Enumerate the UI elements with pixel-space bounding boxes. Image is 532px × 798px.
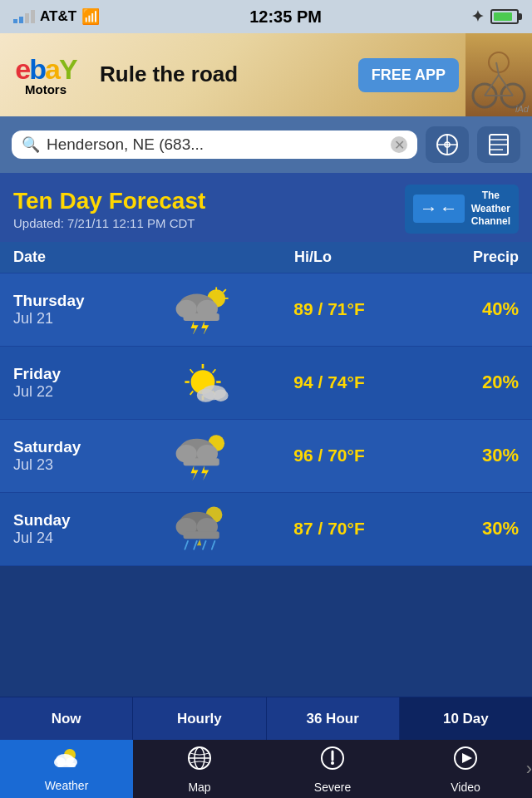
table-row[interactable]: Saturday Jul 23 96 / 70°F 30% xyxy=(0,420,532,493)
tab-10day[interactable]: 10 Day xyxy=(400,697,532,740)
search-bar: 🔍 Henderson, NE (683... ✕ xyxy=(0,116,532,173)
search-icon: 🔍 xyxy=(22,135,40,154)
tab-now[interactable]: Now xyxy=(0,697,133,740)
ad-cta-button[interactable]: FREE APP xyxy=(358,58,459,92)
svg-marker-66 xyxy=(462,753,472,763)
svg-line-52 xyxy=(212,541,215,549)
row-day-2: Saturday xyxy=(13,438,152,456)
ebay-letter-b: b xyxy=(29,53,45,85)
forecast-title-wrap: Ten Day Forecast Updated: 7/21/11 12:11 … xyxy=(13,188,205,230)
weather-channel-logo[interactable]: →← TheWeatherChannel xyxy=(405,185,519,234)
forecast-header: Ten Day Forecast Updated: 7/21/11 12:11 … xyxy=(0,173,532,242)
nav-weather-label: Weather xyxy=(45,779,89,792)
svg-marker-42 xyxy=(191,466,199,480)
row-date-0-val: Jul 21 xyxy=(13,310,152,328)
search-clear-button[interactable]: ✕ xyxy=(391,136,407,153)
tab-36hour[interactable]: 36 Hour xyxy=(267,697,400,740)
ad-banner[interactable]: ebaY Motors Rule the road FREE APP iAd xyxy=(0,33,532,116)
svg-point-64 xyxy=(331,761,334,765)
nav-map[interactable]: Map xyxy=(133,740,266,798)
row-day-3: Sunday xyxy=(13,511,152,530)
svg-rect-22 xyxy=(184,313,219,321)
row-date-3-val: Jul 24 xyxy=(13,530,152,547)
table-row[interactable]: Sunday Jul 24 87 / 70°F 30% xyxy=(0,493,532,566)
svg-point-0 xyxy=(489,52,509,72)
svg-point-36 xyxy=(214,390,229,401)
row-day-1: Friday xyxy=(13,365,152,383)
row-precip-0: 40% xyxy=(405,298,519,320)
svg-marker-53 xyxy=(197,539,201,545)
row-day-0: Thursday xyxy=(13,292,152,310)
ebay-letter-e: e xyxy=(15,53,29,85)
svg-rect-58 xyxy=(57,763,76,767)
tab-hourly[interactable]: Hourly xyxy=(133,697,266,740)
status-left: AT&T 📶 xyxy=(13,7,100,26)
location-button[interactable] xyxy=(426,126,469,163)
tab-bar: Now Hourly 36 Hour 10 Day xyxy=(0,697,532,740)
svg-line-51 xyxy=(203,541,206,549)
time-label: 12:35 PM xyxy=(249,7,322,27)
table-row[interactable]: Friday Jul 22 94 / 74°F 20% xyxy=(0,347,532,420)
row-precip-3: 30% xyxy=(405,518,519,539)
svg-rect-48 xyxy=(184,531,219,539)
row-hilo-1: 94 / 74°F xyxy=(254,372,405,392)
row-hilo-3: 87 / 70°F xyxy=(254,519,405,539)
ebay-letter-y: Y xyxy=(59,53,76,85)
severe-nav-icon xyxy=(319,745,346,777)
weather-nav-icon xyxy=(53,746,80,776)
video-nav-icon xyxy=(452,745,479,777)
row-precip-1: 20% xyxy=(405,372,519,393)
row-icon-1 xyxy=(152,357,254,407)
svg-marker-23 xyxy=(191,321,199,334)
row-date-1: Friday Jul 22 xyxy=(13,365,152,401)
svg-line-17 xyxy=(223,289,226,293)
bottom-nav: Weather Map Severe xyxy=(0,740,532,798)
svg-marker-24 xyxy=(201,321,209,334)
row-date-1-val: Jul 22 xyxy=(13,383,152,401)
row-icon-0 xyxy=(152,284,254,334)
ad-tagline: Rule the road xyxy=(91,62,358,87)
map-nav-icon xyxy=(186,745,213,777)
battery-indicator xyxy=(490,9,519,24)
col-header-precip: Precip xyxy=(401,249,519,266)
row-date-3: Sunday Jul 24 xyxy=(13,511,152,547)
col-header-hilo: Hi/Lo xyxy=(225,249,401,266)
col-header-date: Date xyxy=(13,249,225,266)
carrier-label: AT&T xyxy=(40,8,76,25)
status-bar: AT&T 📶 12:35 PM ✦ xyxy=(0,0,532,33)
row-date-2: Saturday Jul 23 xyxy=(13,438,152,474)
table-row[interactable]: Thursday Jul 21 89 / 71°F 40% xyxy=(0,273,532,347)
nav-severe[interactable]: Severe xyxy=(266,740,399,798)
svg-marker-43 xyxy=(201,466,209,480)
nav-weather[interactable]: Weather xyxy=(0,740,133,798)
svg-line-50 xyxy=(194,541,197,549)
column-headers: Date Hi/Lo Precip xyxy=(0,242,532,273)
signal-bars xyxy=(13,10,35,23)
weather-channel-text: TheWeatherChannel xyxy=(471,190,510,229)
svg-point-35 xyxy=(197,389,215,402)
arrows-icon: →← xyxy=(413,195,465,223)
search-text: Henderson, NE (683... xyxy=(47,135,384,154)
ebay-letter-a: a xyxy=(45,53,59,85)
row-precip-2: 30% xyxy=(405,445,519,466)
row-hilo-2: 96 / 70°F xyxy=(254,446,405,466)
status-right: ✦ xyxy=(471,7,519,26)
svg-rect-41 xyxy=(184,458,219,466)
weather-rows: Thursday Jul 21 89 / 71°F 40% xyxy=(0,273,532,566)
ebay-logo: ebaY Motors xyxy=(0,53,91,96)
svg-line-49 xyxy=(185,541,188,549)
svg-line-33 xyxy=(190,392,194,396)
bookmark-button[interactable] xyxy=(477,126,520,163)
ebay-wordmark: ebaY xyxy=(15,53,76,86)
wifi-icon: 📶 xyxy=(81,7,100,26)
ebay-motors-label: Motors xyxy=(25,82,66,96)
nav-map-label: Map xyxy=(188,781,210,794)
nav-video[interactable]: Video xyxy=(399,740,532,798)
search-input-wrap[interactable]: 🔍 Henderson, NE (683... ✕ xyxy=(12,131,417,159)
nav-chevron-icon: › xyxy=(526,758,532,780)
row-icon-2 xyxy=(152,431,254,480)
iad-label: iAd xyxy=(515,104,529,114)
forecast-updated: Updated: 7/21/11 12:11 PM CDT xyxy=(13,216,205,230)
battery-fill xyxy=(494,12,512,21)
svg-line-30 xyxy=(190,370,194,374)
